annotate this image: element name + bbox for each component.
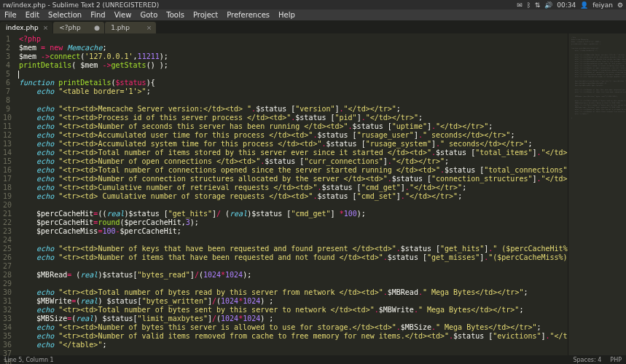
tabbar: index.php×<?php●1.php× [0,20,626,33]
menu-find[interactable]: Find [90,11,106,19]
clock[interactable]: 00:34 [557,1,576,9]
menu-preferences[interactable]: Preferences [227,11,270,19]
tab-label: <?php [59,24,80,31]
statusbar: Line 5, Column 1 Spaces: 4 PHP [0,355,626,364]
close-icon[interactable]: × [39,24,49,31]
menu-file[interactable]: File [4,11,17,19]
menu-help[interactable]: Help [278,11,295,19]
menubar: FileEditSelectionFindViewGotoToolsProjec… [0,9,626,20]
mail-icon[interactable]: ✉ [517,1,523,9]
bluetooth-icon[interactable]: ᛒ [527,1,531,9]
tab[interactable]: 1.php× [105,22,156,33]
code-area[interactable]: <?php $mem = new Memcache; $mem ->connec… [15,33,568,355]
dirty-dot-icon[interactable]: ● [90,24,100,31]
tab[interactable]: index.php× [0,22,52,33]
menu-selection[interactable]: Selection [48,11,82,19]
tab-label: 1.php [111,24,130,31]
status-syntax[interactable]: PHP [610,357,622,363]
menu-edit[interactable]: Edit [26,11,39,19]
network-icon[interactable]: ⇅ [535,1,541,9]
status-position[interactable]: Line 5, Column 1 [4,357,573,363]
editor: 1 2 3 4 5 6 7 8 9 10 11 12 13 14 15 16 1… [0,33,626,355]
window-title: rw/index.php - Sublime Text 2 (UNREGISTE… [3,1,517,9]
system-tray: ✉ ᛒ ⇅ 🔊 00:34 👤 feiyan ⚙ [517,1,623,9]
gear-icon[interactable]: ⚙ [617,1,623,9]
menu-tools[interactable]: Tools [166,11,184,19]
user-name[interactable]: feiyan [592,1,613,9]
close-icon[interactable]: × [142,24,152,31]
tab[interactable]: <?php● [53,22,104,33]
line-gutter: 1 2 3 4 5 6 7 8 9 10 11 12 13 14 15 16 1… [0,33,15,355]
menu-goto[interactable]: Goto [140,11,157,19]
tab-label: index.php [6,24,39,31]
menu-project[interactable]: Project [193,11,218,19]
minimap[interactable]: <?php $mem = new Memcache; $mem ->connec… [568,33,626,355]
window-titlebar: rw/index.php - Sublime Text 2 (UNREGISTE… [0,0,626,9]
volume-icon[interactable]: 🔊 [544,1,552,9]
status-spaces[interactable]: Spaces: 4 [573,357,601,363]
user-icon[interactable]: 👤 [580,1,588,9]
menu-view[interactable]: View [114,11,132,19]
